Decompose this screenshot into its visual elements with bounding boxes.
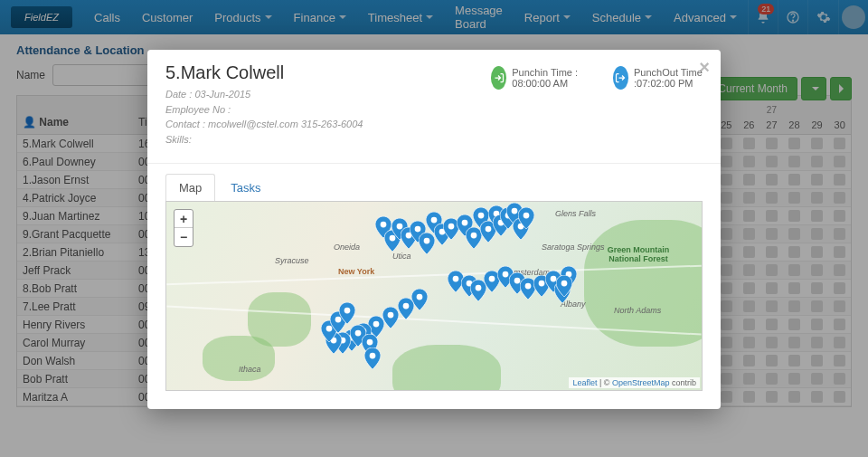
osm-link[interactable]: OpenStreetMap	[612, 378, 670, 387]
svg-point-33	[417, 294, 423, 300]
map-attribution: Leaflet | © OpenStreetMap contrib	[569, 377, 700, 388]
svg-point-24	[489, 276, 495, 282]
svg-point-28	[539, 281, 545, 287]
svg-point-43	[344, 308, 351, 314]
svg-point-2	[381, 222, 387, 228]
svg-point-27	[525, 283, 532, 290]
map-container[interactable]: Oneida Utica Glens Falls Saratoga Spring…	[165, 201, 703, 391]
leaflet-link[interactable]: Leaflet	[572, 378, 597, 387]
punchout-icon	[613, 66, 628, 90]
svg-point-8	[431, 217, 438, 224]
map-zoom-control: + −	[174, 209, 193, 247]
map-label-syracuse: Syracuse	[275, 256, 309, 265]
punchin-label: Punchin Time : 08:00:00 AM	[512, 67, 594, 89]
map-label-saratoga: Saratoga Springs	[542, 243, 605, 252]
zoom-in-button[interactable]: +	[175, 210, 193, 228]
svg-point-10	[448, 224, 455, 230]
map-label-forest: Green Mountain National Forest	[602, 245, 675, 263]
svg-point-45	[367, 339, 373, 346]
map-pin[interactable]	[398, 298, 414, 319]
svg-point-44	[355, 330, 362, 337]
svg-point-12	[471, 233, 477, 239]
svg-point-7	[424, 238, 430, 244]
map-pin[interactable]	[382, 307, 399, 328]
svg-point-21	[453, 276, 459, 282]
svg-point-23	[476, 285, 482, 291]
svg-point-18	[512, 208, 518, 214]
employee-detail-modal: × 5.Mark Colwell Date : 03-Jun-2015 Empl…	[147, 50, 721, 409]
map-pin[interactable]	[419, 233, 435, 254]
map-pin[interactable]	[364, 348, 381, 369]
modal-contact: Contact : mcolwell@cstel.com 315-263-600…	[165, 117, 703, 132]
modal-skills: Skills:	[165, 132, 703, 148]
map-label-northadams: North Adams	[614, 306, 661, 315]
map-pin[interactable]	[556, 275, 572, 297]
map-label-newyork: New York	[338, 267, 374, 276]
punchout-label: PunchOut Time :07:02:00 PM	[634, 67, 721, 89]
svg-point-36	[373, 321, 380, 328]
tab-map[interactable]: Map	[165, 174, 215, 202]
punchin-icon	[491, 66, 506, 90]
svg-point-32	[561, 281, 568, 287]
map-label-utica: Utica	[392, 252, 411, 261]
svg-point-46	[370, 353, 376, 359]
map-label-oneida: Oneida	[334, 243, 360, 252]
map-label-glens: Glens Falls	[555, 209, 596, 218]
map-pin[interactable]	[518, 207, 534, 229]
svg-point-11	[462, 220, 468, 226]
svg-point-6	[415, 226, 421, 233]
tab-tasks[interactable]: Tasks	[217, 174, 274, 202]
map-label-ithaca: Ithaca	[239, 365, 261, 374]
svg-point-35	[388, 312, 394, 319]
svg-point-25	[503, 271, 509, 278]
modal-empno: Employee No :	[165, 102, 703, 118]
svg-point-20	[524, 213, 530, 219]
zoom-out-button[interactable]: −	[175, 228, 193, 246]
svg-point-13	[478, 213, 485, 219]
svg-point-34	[403, 303, 410, 309]
map-pin[interactable]	[339, 302, 355, 324]
